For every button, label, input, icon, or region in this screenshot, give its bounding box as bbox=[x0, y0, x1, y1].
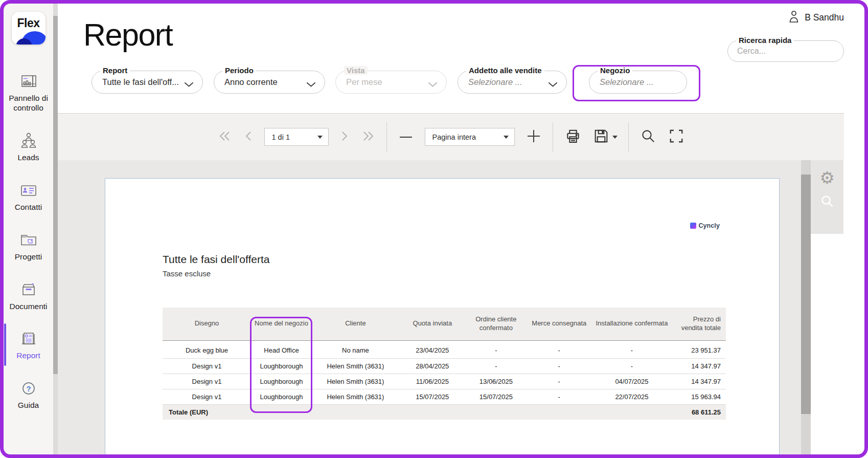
filter-bar: Report Tutte le fasi dell'off... Periodo… bbox=[92, 71, 817, 95]
cell: Design v1 bbox=[163, 389, 251, 404]
main-content: B Sandhu Report Ricerca rapida Report Tu… bbox=[58, 4, 864, 454]
column-header: Ordine cliente confermato bbox=[466, 308, 527, 340]
cell: 04/07/2025 bbox=[592, 374, 672, 389]
sidebar-item-label: Progetti bbox=[15, 252, 42, 262]
viewer-scrollbar-thumb[interactable] bbox=[801, 175, 811, 414]
save-icon bbox=[593, 128, 609, 146]
quick-search: Ricerca rapida bbox=[727, 40, 844, 62]
cell: 28/04/2025 bbox=[399, 358, 466, 374]
panel-search-icon[interactable] bbox=[819, 193, 835, 211]
caret-down-icon bbox=[504, 136, 509, 141]
filter-periodo[interactable]: Periodo Anno corrente bbox=[214, 71, 325, 94]
report-page: Cyncly Tutte le fasi dell'offerta Tasse … bbox=[105, 178, 780, 454]
cell: - bbox=[466, 358, 527, 374]
settings-gear-icon[interactable]: ⚙ bbox=[819, 169, 835, 186]
filter-report-value: Tutte le fasi dell'off... bbox=[102, 77, 179, 87]
cell: 14 347.97 bbox=[672, 374, 726, 389]
sidebar-scrollbar-thumb[interactable] bbox=[53, 16, 58, 374]
cell: Helen Smith (3631) bbox=[312, 389, 399, 404]
next-page-button[interactable] bbox=[339, 129, 350, 145]
flex-logo-wave bbox=[12, 33, 45, 45]
filter-report-label: Report bbox=[100, 66, 130, 75]
caret-down-icon bbox=[317, 136, 323, 141]
viewer-side-tools: ⚙ bbox=[811, 160, 843, 234]
zoom-in-button[interactable] bbox=[526, 128, 542, 146]
sidebar-item-label: Leads bbox=[17, 153, 39, 163]
zoom-selector-value: Pagina intera bbox=[432, 133, 476, 141]
column-header: Merce consegnata bbox=[527, 308, 592, 340]
cell: Loughborough bbox=[251, 389, 312, 404]
help-icon: ? bbox=[18, 378, 39, 399]
report-icon bbox=[18, 329, 39, 349]
svg-text:?: ? bbox=[26, 384, 31, 393]
viewer-scrollbar[interactable] bbox=[801, 160, 811, 454]
flex-logo[interactable]: Flex bbox=[12, 12, 45, 45]
cell: - bbox=[466, 343, 527, 358]
cell: Loughborough bbox=[251, 358, 312, 374]
cell: 23 951.37 bbox=[672, 343, 726, 358]
column-header: Nome del negozio bbox=[251, 308, 312, 340]
magnifier-icon bbox=[641, 128, 656, 145]
first-page-button[interactable] bbox=[217, 129, 233, 145]
filter-negozio-label: Negozio bbox=[598, 66, 632, 75]
table-row: Duck egg blue Head Office No name 23/04/… bbox=[163, 343, 726, 358]
column-header: Cliente bbox=[312, 308, 399, 340]
page-selector[interactable]: 1 di 1 bbox=[264, 128, 329, 146]
sidebar-item-report[interactable]: Report bbox=[4, 326, 53, 363]
cell: 23/04/2025 bbox=[399, 343, 466, 358]
page-title: Report bbox=[83, 17, 172, 53]
total-label: Totale (EUR) bbox=[163, 404, 251, 420]
previous-page-button[interactable] bbox=[243, 129, 254, 145]
filter-negozio-value: Selezionare ... bbox=[600, 77, 653, 87]
sidebar-item-contatti[interactable]: Contatti bbox=[4, 178, 53, 214]
leads-icon bbox=[18, 130, 39, 151]
sidebar-nav: Pannello di controllo Leads bbox=[4, 69, 53, 412]
cell: Helen Smith (3631) bbox=[312, 358, 399, 374]
filter-report[interactable]: Report Tutte le fasi dell'off... bbox=[92, 71, 203, 94]
sidebar-item-progetti[interactable]: Progetti bbox=[4, 228, 53, 264]
cell: Design v1 bbox=[163, 374, 251, 389]
column-header: Disegno bbox=[163, 308, 251, 340]
cell: 11/06/2025 bbox=[399, 374, 466, 389]
sidebar-item-guida[interactable]: ? Guida bbox=[4, 376, 53, 412]
filter-negozio[interactable]: Negozio Selezionare ... bbox=[589, 71, 687, 94]
toolbar-separator bbox=[386, 122, 387, 152]
cell: Helen Smith (3631) bbox=[312, 374, 399, 389]
cell: 22/07/2025 bbox=[592, 389, 672, 404]
zoom-out-button[interactable] bbox=[398, 132, 414, 142]
plus-icon bbox=[527, 129, 541, 145]
user-icon bbox=[788, 10, 800, 25]
search-in-document-button[interactable] bbox=[639, 127, 657, 146]
quick-search-label: Ricerca rapida bbox=[736, 36, 794, 45]
column-header: Prezzo di vendita totale bbox=[672, 308, 726, 340]
chevron-right-icon bbox=[340, 130, 349, 144]
print-button[interactable] bbox=[564, 127, 582, 147]
user-menu[interactable]: B Sandhu bbox=[788, 10, 844, 25]
cell: - bbox=[592, 343, 672, 358]
sidebar-item-documenti[interactable]: Documenti bbox=[4, 277, 53, 314]
flex-logo-text: Flex bbox=[12, 16, 45, 30]
save-menu[interactable] bbox=[593, 128, 618, 146]
filter-addetto-alle-vendite[interactable]: Addetto alle vendite Selezionare ... bbox=[458, 71, 567, 94]
table-row: Design v1 Loughborough Helen Smith (3631… bbox=[163, 358, 726, 374]
column-header: Quota inviata bbox=[399, 308, 466, 340]
table-row: Design v1 Loughborough Helen Smith (3631… bbox=[163, 389, 726, 404]
cell: 15/07/2025 bbox=[466, 389, 527, 404]
sidebar-item-label: Contatti bbox=[15, 203, 42, 212]
contacts-icon bbox=[18, 180, 39, 201]
cell: Head Office bbox=[251, 343, 312, 358]
sidebar-item-leads[interactable]: Leads bbox=[4, 128, 53, 165]
fullscreen-button[interactable] bbox=[668, 127, 685, 146]
sidebar-item-pannello-di-controllo[interactable]: Pannello di controllo bbox=[4, 69, 53, 115]
filter-vista-label: Vista bbox=[344, 66, 368, 75]
page-selector-value: 1 di 1 bbox=[272, 133, 290, 141]
sidebar-item-label: Documenti bbox=[9, 302, 47, 312]
cell: 13/06/2025 bbox=[466, 374, 527, 389]
zoom-selector[interactable]: Pagina intera bbox=[425, 128, 515, 146]
viewer-toolbar: 1 di 1 Pagina intera bbox=[58, 113, 844, 160]
filter-vista-value: Per mese bbox=[346, 77, 382, 87]
sidebar-scrollbar[interactable] bbox=[53, 4, 58, 454]
printer-icon bbox=[565, 128, 581, 146]
last-page-button[interactable] bbox=[360, 129, 376, 145]
cell: Loughborough bbox=[251, 374, 312, 389]
